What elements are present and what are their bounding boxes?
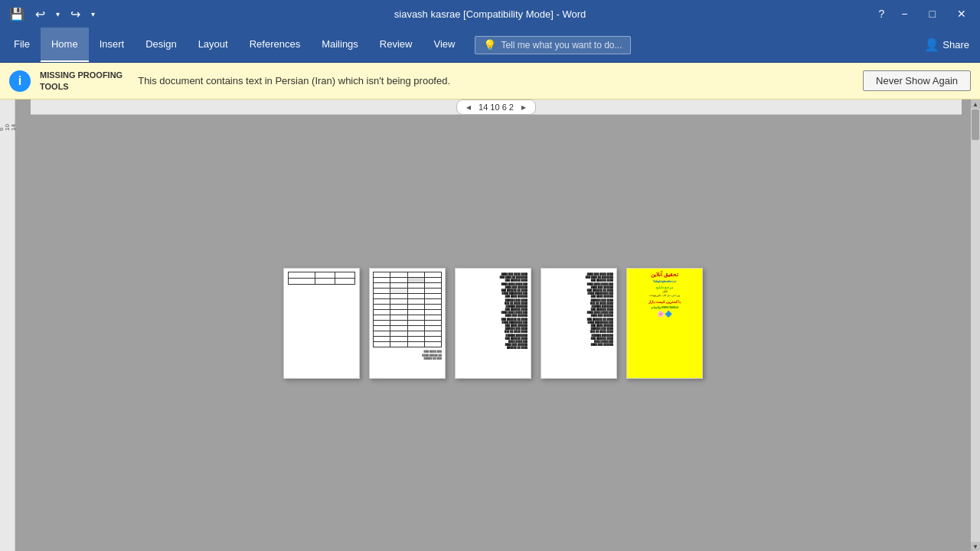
page-3-thumbnail[interactable]: ████ ████ ███ ███████████ ██ ████ ██████…	[455, 268, 531, 379]
share-button[interactable]: 👤 Share	[916, 35, 977, 54]
page1-header-table	[288, 272, 355, 285]
tab-layout[interactable]: Layout	[188, 28, 239, 62]
ad-line2: فایل	[630, 289, 699, 293]
page-1-thumbnail[interactable]	[283, 268, 360, 379]
tab-insert[interactable]: Insert	[89, 28, 136, 62]
page5-ad: تحقیق آنلاین Tahghighonline.ir مرجع دانل…	[627, 269, 702, 378]
page2-table	[373, 272, 442, 347]
zoom-control: ◂ 14 10 6 2 ▸	[456, 99, 536, 115]
help-icon[interactable]: ?	[876, 6, 888, 21]
ad-line3: ورد-پی دی اف - پاورپوینت	[630, 294, 699, 297]
scroll-up-button[interactable]: ▲	[971, 99, 980, 109]
workspace: 2 2 6 10 14 18 22 ◂ 14 10 6 2 ▸	[0, 99, 980, 551]
notification-info-icon: i	[9, 70, 31, 92]
undo-dropdown-icon[interactable]: ▾	[53, 8, 63, 20]
tab-review[interactable]: Review	[369, 28, 423, 62]
quick-access-toolbar: 💾 ↩ ▾ ↪ ▾	[6, 5, 98, 23]
tab-mailings[interactable]: Mailings	[311, 28, 369, 62]
maximize-button[interactable]: □	[922, 6, 943, 21]
notification-bar: i MISSING PROOFING TOOLS This document c…	[0, 63, 980, 99]
customize-toolbar-icon[interactable]: ▾	[88, 8, 98, 20]
lightbulb-icon: 💡	[483, 39, 496, 51]
scroll-track[interactable]	[971, 109, 980, 542]
close-button[interactable]: ✕	[949, 6, 974, 21]
scroll-down-button[interactable]: ▼	[971, 542, 980, 551]
undo-icon[interactable]: ↩	[32, 5, 48, 23]
notification-message: This document contains text in Persian (…	[138, 75, 450, 86]
tab-view[interactable]: View	[423, 28, 466, 62]
scroll-thumb[interactable]	[972, 109, 979, 140]
ad-title: تحقیق آنلاین	[630, 272, 699, 278]
page3-text: ████ ████ ███ ███████████ ██ ████ ██████…	[456, 269, 531, 378]
tab-references[interactable]: References	[239, 28, 311, 62]
title-bar: 💾 ↩ ▾ ↪ ▾ siavash kasrae [Compatibility …	[0, 0, 980, 28]
page-2-thumbnail[interactable]: ▓▓▓ ▓▓▓▓ ▓▓▓▓▓ ▓▓▓▓▓ ▓▓▓▓▓▓▓ ▓▓ ▓▓▓▓▓	[369, 268, 446, 379]
redo-icon[interactable]: ↪	[67, 5, 83, 23]
zoom-in-button[interactable]: ▸	[520, 102, 528, 112]
save-icon[interactable]: 💾	[6, 5, 28, 23]
page2-text: ▓▓▓ ▓▓▓▓ ▓▓▓▓▓ ▓▓▓▓▓ ▓▓▓▓▓▓▓ ▓▓ ▓▓▓▓▓	[373, 350, 442, 360]
page-5-thumbnail[interactable]: تحقیق آنلاین Tahghighonline.ir مرجع دانل…	[626, 268, 703, 379]
ad-icons: 🔷🌸	[630, 311, 699, 318]
share-label: Share	[942, 39, 969, 51]
page4-text: ████ ████ ███ ███████████ ██ ████ ██████…	[541, 269, 616, 378]
ad-line4: با کمترین قیمت بازار	[630, 299, 699, 304]
tab-file[interactable]: File	[3, 28, 41, 62]
page-4-thumbnail[interactable]: ████ ████ ███ ███████████ ██ ████ ██████…	[541, 268, 617, 379]
vertical-ruler: 2 2 6 10 14 18 22	[0, 99, 15, 551]
tab-design[interactable]: Design	[135, 28, 187, 62]
tab-home[interactable]: Home	[41, 28, 89, 62]
notification-title: MISSING PROOFING TOOLS	[40, 70, 122, 92]
vertical-scrollbar[interactable]: ▲ ▼	[971, 99, 980, 551]
document-pages: ▓▓▓ ▓▓▓▓ ▓▓▓▓▓ ▓▓▓▓▓ ▓▓▓▓▓▓▓ ▓▓ ▓▓▓▓▓ ██…	[283, 268, 703, 379]
minimize-button[interactable]: −	[893, 6, 915, 21]
ad-phone: 09891366824 واتساپ	[630, 305, 699, 309]
tell-me-text: Tell me what you want to do...	[501, 40, 622, 51]
ad-site: Tahghighonline.ir	[630, 279, 699, 283]
share-person-icon: 👤	[924, 37, 939, 52]
zoom-out-button[interactable]: ◂	[465, 102, 472, 112]
window-controls: ? − □ ✕	[876, 6, 974, 21]
never-show-again-button[interactable]: Never Show Again	[863, 70, 971, 91]
ribbon: File Home Insert Design Layout Reference…	[0, 28, 980, 63]
horizontal-ruler: ◂ 14 10 6 2 ▸	[31, 99, 962, 115]
window-title: siavash kasrae [Compatibility Mode] - Wo…	[394, 8, 586, 20]
document-area: ◂ 14 10 6 2 ▸	[15, 99, 971, 551]
zoom-level: 14 10 6 2	[479, 103, 514, 112]
tell-me-input[interactable]: 💡 Tell me what you want to do...	[475, 36, 630, 54]
